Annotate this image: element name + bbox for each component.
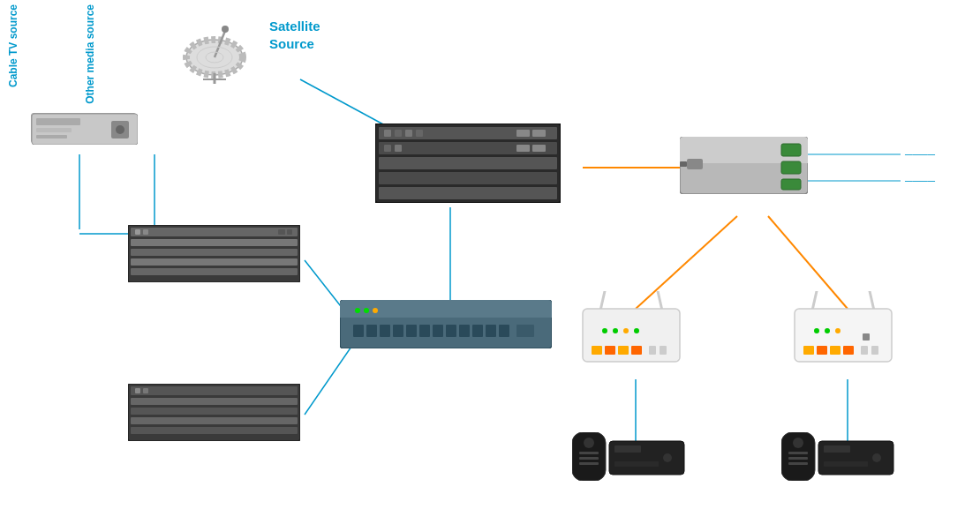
- optical-splitter-device: [680, 137, 808, 194]
- svg-rect-48: [379, 142, 557, 154]
- stb-right: [781, 432, 896, 481]
- headend-device: [375, 124, 561, 203]
- svg-rect-35: [143, 229, 148, 235]
- stb-right-device: [781, 432, 896, 481]
- svg-rect-132: [824, 461, 868, 467]
- svg-rect-66: [366, 325, 377, 337]
- svg-rect-109: [861, 346, 868, 355]
- stb-left-device: [572, 432, 687, 481]
- svg-point-131: [872, 453, 881, 462]
- svg-point-112: [814, 328, 819, 333]
- svg-point-99: [613, 328, 618, 333]
- satellite-dish: [181, 13, 252, 84]
- svg-point-78: [355, 308, 360, 313]
- svg-rect-61: [532, 145, 546, 152]
- svg-point-23: [222, 26, 229, 33]
- svg-rect-58: [384, 145, 391, 152]
- svg-rect-44: [135, 388, 140, 393]
- svg-point-125: [793, 438, 803, 448]
- server-rack-1-device: [128, 225, 300, 282]
- svg-rect-51: [379, 187, 557, 199]
- svg-rect-45: [143, 388, 148, 393]
- svg-rect-121: [614, 445, 641, 453]
- svg-rect-65: [353, 325, 364, 337]
- svg-rect-72: [446, 325, 456, 337]
- svg-line-6: [305, 344, 353, 415]
- svg-rect-105: [803, 346, 814, 355]
- svg-rect-95: [631, 346, 642, 355]
- svg-point-100: [623, 328, 629, 333]
- svg-rect-60: [516, 145, 530, 152]
- svg-rect-57: [532, 130, 546, 137]
- svg-point-101: [634, 328, 639, 333]
- home-router-right-device: [790, 291, 896, 371]
- svg-rect-123: [614, 461, 659, 467]
- svg-rect-106: [817, 346, 827, 355]
- cable-tv-encoder: [31, 113, 137, 144]
- svg-point-19: [116, 125, 124, 134]
- svg-rect-75: [486, 325, 496, 337]
- server-rack-2-device: [128, 384, 300, 441]
- svg-rect-126: [788, 452, 808, 454]
- svg-rect-117: [579, 452, 599, 454]
- svg-point-79: [364, 308, 369, 313]
- svg-rect-128: [788, 462, 808, 465]
- right-label-2: ────: [905, 175, 935, 189]
- svg-rect-87: [687, 159, 703, 169]
- svg-rect-41: [131, 408, 298, 415]
- svg-rect-107: [830, 346, 841, 355]
- svg-rect-118: [579, 457, 599, 460]
- svg-rect-74: [472, 325, 483, 337]
- svg-rect-77: [516, 325, 534, 337]
- other-media-label: Other media source: [84, 4, 141, 108]
- satellite-label: SatelliteSource: [269, 18, 320, 52]
- svg-rect-56: [516, 130, 530, 137]
- svg-rect-71: [433, 325, 443, 337]
- headend-encoder: [375, 124, 561, 203]
- svg-line-89: [600, 291, 605, 311]
- cable-tv-encoder-device: [31, 113, 137, 144]
- svg-rect-50: [379, 172, 557, 184]
- home-router-left: [578, 291, 684, 371]
- home-router-left-device: [578, 291, 684, 371]
- svg-rect-85: [781, 161, 801, 174]
- svg-point-122: [663, 453, 672, 462]
- svg-rect-42: [131, 417, 298, 424]
- svg-point-114: [835, 328, 841, 333]
- svg-rect-110: [871, 346, 878, 355]
- svg-rect-52: [384, 130, 391, 137]
- svg-rect-16: [36, 128, 72, 132]
- svg-rect-36: [278, 229, 285, 235]
- svg-rect-39: [131, 386, 298, 395]
- svg-rect-31: [131, 249, 298, 256]
- svg-point-113: [825, 328, 830, 333]
- svg-rect-15: [36, 118, 80, 125]
- optical-splitter: [680, 137, 808, 194]
- cable-tv-label: Cable TV source: [7, 4, 60, 92]
- network-switch-device: [340, 300, 552, 348]
- svg-rect-93: [605, 346, 615, 355]
- svg-rect-30: [131, 239, 298, 246]
- server-rack-2: [128, 384, 300, 441]
- svg-rect-130: [824, 445, 850, 453]
- svg-rect-59: [395, 145, 402, 152]
- svg-rect-34: [135, 229, 140, 235]
- svg-rect-96: [649, 346, 656, 355]
- svg-rect-67: [380, 325, 390, 337]
- svg-point-116: [584, 438, 594, 448]
- svg-rect-64: [340, 309, 552, 318]
- svg-rect-29: [131, 228, 298, 236]
- svg-rect-127: [788, 457, 808, 460]
- svg-rect-37: [287, 229, 292, 235]
- svg-rect-32: [131, 258, 298, 266]
- svg-rect-97: [660, 346, 667, 355]
- svg-rect-49: [379, 157, 557, 169]
- svg-rect-33: [131, 268, 298, 275]
- satellite-dish-icon: [181, 13, 252, 84]
- svg-rect-68: [393, 325, 403, 337]
- svg-rect-70: [419, 325, 430, 337]
- svg-rect-40: [131, 398, 298, 405]
- svg-rect-76: [499, 325, 509, 337]
- svg-rect-17: [36, 135, 67, 138]
- svg-line-102: [812, 291, 817, 311]
